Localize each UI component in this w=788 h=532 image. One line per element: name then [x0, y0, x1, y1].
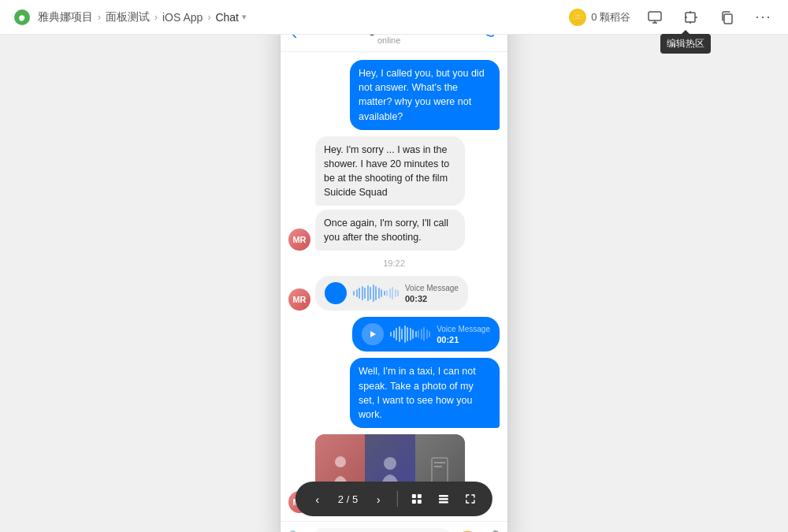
contact-status: online — [348, 35, 430, 45]
message-row-sent-1: Hey, I called you, but you did not answe… — [288, 60, 500, 130]
voice-bubble-sent[interactable]: Voice Message 00:21 — [352, 317, 500, 352]
bubble-received-1: Hey. I'm sorry ... I was in the shower. … — [315, 136, 465, 206]
svg-rect-16 — [434, 466, 442, 467]
pagination-bar: ‹ 2 / 5 › — [296, 482, 492, 516]
svg-rect-10 — [333, 289, 335, 297]
pagination-divider — [397, 491, 398, 507]
bubble-received-2: Once again, I'm sorry, I'll call you aft… — [315, 210, 465, 251]
voice-info-received: Voice Message 00:32 — [405, 284, 459, 303]
fit-view-button[interactable] — [459, 488, 481, 510]
svg-rect-19 — [412, 500, 416, 504]
grid-view-button[interactable] — [406, 488, 428, 510]
edit-hotzone-btn[interactable]: 编辑热区 — [679, 6, 703, 29]
svg-rect-20 — [418, 500, 422, 504]
voice-info-sent: Voice Message 00:21 — [437, 325, 490, 344]
coin-label: 0 颗稻谷 — [591, 10, 630, 24]
svg-rect-9 — [724, 14, 732, 24]
coin-icon: 🪙 — [569, 9, 586, 26]
avatar-1: MR — [288, 229, 310, 251]
page-indicator: 2 / 5 — [333, 493, 362, 505]
pause-button[interactable] — [325, 282, 347, 304]
breadcrumb-sep-2: › — [154, 12, 158, 23]
avatar-2: MR — [288, 288, 310, 311]
chat-area: Hey, I called you, but you did not answe… — [281, 52, 507, 521]
svg-point-12 — [335, 456, 346, 467]
voice-duration-received: 00:32 — [405, 294, 459, 303]
svg-rect-11 — [336, 289, 339, 297]
svg-rect-22 — [439, 498, 448, 500]
breadcrumb: 雅典娜项目 › 面板测试 › iOS App › Chat ▾ — [38, 10, 247, 24]
message-row-voice-received: MR — [288, 276, 500, 311]
coin-counter: 🪙 0 颗稻谷 — [569, 9, 630, 26]
message-input[interactable]: Tape a message... — [312, 528, 452, 532]
monitor-icon-btn[interactable] — [643, 6, 667, 29]
voice-bubble-received[interactable]: Voice Message 00:32 — [315, 276, 468, 311]
svg-rect-23 — [439, 501, 448, 504]
breadcrumb-sep-1: › — [98, 12, 101, 23]
breadcrumb-item-1[interactable]: 雅典娜项目 — [38, 10, 93, 24]
svg-rect-1 — [649, 12, 661, 20]
timestamp-1: 19:22 — [288, 259, 500, 268]
message-row-received-1: MR Hey. I'm sorry ... I was in the showe… — [288, 136, 500, 251]
voice-label-received: Voice Message — [405, 284, 459, 292]
svg-rect-15 — [434, 462, 445, 463]
breadcrumb-item-current[interactable]: Chat ▾ — [215, 11, 247, 24]
message-row-voice-sent: Voice Message 00:21 — [288, 317, 500, 352]
bubble-sent-1: Hey, I called you, but you did not answe… — [350, 60, 500, 130]
svg-point-13 — [384, 457, 396, 470]
app-logo — [13, 8, 32, 27]
list-view-button[interactable] — [433, 488, 455, 510]
breadcrumb-item-2[interactable]: 面板测试 — [106, 10, 150, 24]
play-button[interactable] — [362, 323, 384, 345]
phone-frame: ●●●○○ 14:33 100% ‹ Margot Robbie online — [280, 0, 508, 532]
next-page-button[interactable]: › — [367, 488, 389, 510]
chevron-down-icon: ▾ — [242, 12, 247, 22]
breadcrumb-item-3[interactable]: iOS App — [162, 11, 203, 24]
voice-label-sent: Voice Message — [437, 325, 490, 333]
waveform-received — [353, 285, 399, 302]
message-row-sent-2: Well, I'm in a taxi, I can not speak. Ta… — [288, 358, 500, 428]
svg-rect-21 — [439, 495, 448, 497]
canvas: ●●●○○ 14:33 100% ‹ Margot Robbie online — [0, 35, 788, 532]
nav-right: 🪙 0 颗稻谷 编辑热区 — [569, 6, 775, 29]
chat-input-bar: 📎 Tape a message... 🙂 🎤 — [281, 521, 507, 532]
tooltip: 编辑热区 — [660, 34, 711, 54]
voice-duration-sent: 00:21 — [437, 335, 490, 344]
svg-rect-17 — [412, 494, 416, 498]
more-icon-btn[interactable]: ··· — [752, 6, 775, 29]
bubble-sent-2: Well, I'm in a taxi, I can not speak. Ta… — [350, 358, 500, 428]
top-nav: 雅典娜项目 › 面板测试 › iOS App › Chat ▾ 🪙 0 颗稻谷 — [0, 0, 788, 35]
copy-icon-btn[interactable] — [716, 6, 739, 29]
breadcrumb-sep-3: › — [207, 12, 210, 23]
waveform-sent — [390, 326, 430, 343]
svg-rect-18 — [418, 494, 422, 498]
prev-page-button[interactable]: ‹ — [307, 488, 329, 510]
